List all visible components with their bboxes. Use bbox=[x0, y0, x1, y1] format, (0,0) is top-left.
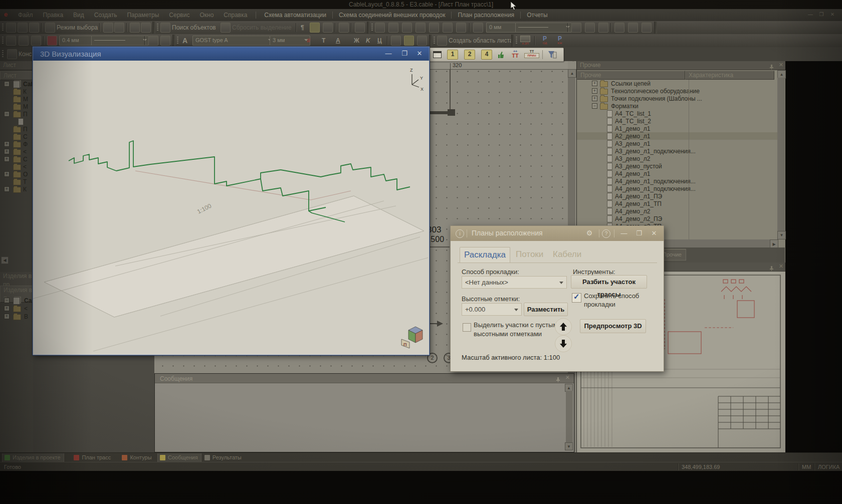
draw-arrows-icon[interactable] bbox=[443, 23, 453, 33]
tab-cables[interactable]: Кабели bbox=[549, 247, 585, 262]
move-down-button[interactable] bbox=[555, 335, 572, 352]
menu-module-item[interactable]: Отчеты bbox=[522, 9, 552, 21]
bottom-tab[interactable]: Результаты bbox=[202, 453, 245, 462]
menu-item[interactable]: Справка bbox=[219, 9, 252, 21]
copy-icon[interactable] bbox=[614, 23, 624, 33]
pan-hand-icon[interactable] bbox=[103, 23, 113, 33]
pen-line-icon[interactable] bbox=[323, 23, 333, 33]
menu-module-item[interactable]: Схема автоматизации bbox=[259, 9, 331, 21]
mdi-close-icon[interactable]: ✕ bbox=[827, 12, 838, 17]
move-up-button[interactable] bbox=[555, 318, 572, 335]
split-section-button[interactable]: Разбить участок трассы bbox=[571, 275, 647, 289]
toolbar-grip[interactable] bbox=[371, 24, 373, 32]
line-weight-swatch-icon[interactable] bbox=[473, 23, 483, 33]
tree-row[interactable]: A4_TC_list_1 bbox=[577, 110, 777, 117]
expand-plus-icon[interactable]: + bbox=[592, 81, 597, 86]
save-document-icon[interactable] bbox=[29, 23, 39, 33]
align-right-icon[interactable] bbox=[417, 36, 427, 46]
preview-3d-button[interactable]: Предпросмотр 3D bbox=[580, 319, 646, 333]
menu-item[interactable]: Параметры bbox=[122, 9, 164, 21]
view-4-button[interactable]: 4 bbox=[481, 50, 492, 60]
collapse-minus-icon[interactable]: − bbox=[592, 103, 597, 109]
toolbar-grip[interactable] bbox=[157, 24, 158, 32]
dialog-maximize-icon[interactable]: ❐ bbox=[633, 226, 646, 241]
toolbar-grip[interactable] bbox=[516, 37, 517, 45]
viz-3d-view[interactable]: 1:100 Z Y X П bbox=[33, 61, 428, 354]
menu-item[interactable]: Окно bbox=[194, 9, 219, 21]
tree-row[interactable]: +Ф bbox=[0, 140, 33, 148]
block-link-icon[interactable] bbox=[31, 36, 41, 46]
construction-icon[interactable] bbox=[7, 49, 17, 59]
close-icon[interactable]: ✕ bbox=[565, 374, 570, 381]
tree-row[interactable]: М bbox=[0, 95, 33, 103]
gear-icon[interactable]: ⚙ bbox=[583, 226, 595, 241]
place-button[interactable]: Разместить bbox=[524, 303, 568, 316]
sheet-area-icon[interactable] bbox=[437, 36, 447, 46]
menu-item[interactable]: Вид bbox=[68, 9, 89, 21]
menu-item[interactable]: Правка bbox=[38, 9, 69, 21]
search-objects-label[interactable]: Поиск объектов bbox=[172, 21, 216, 34]
toolbar-grip[interactable] bbox=[2, 24, 4, 32]
expand-plus-icon[interactable]: + bbox=[4, 141, 10, 147]
tree-row[interactable]: A4_демо_л1 bbox=[577, 170, 777, 177]
block-single-icon[interactable] bbox=[6, 36, 16, 46]
collapse-minus-icon[interactable]: − bbox=[4, 111, 10, 117]
new-document-icon[interactable] bbox=[6, 23, 16, 33]
messages-scroll-down-icon[interactable]: ▼ bbox=[565, 442, 573, 450]
grid-hash-icon[interactable]: # bbox=[307, 34, 310, 47]
paragraph-icon[interactable]: ¶ bbox=[301, 21, 304, 34]
draw-rectangle-icon[interactable] bbox=[402, 23, 412, 33]
others-scroll-down-icon[interactable]: ▼ bbox=[777, 231, 786, 239]
pin-icon[interactable] bbox=[555, 375, 561, 384]
tree-row[interactable]: К bbox=[0, 88, 33, 95]
tree-row[interactable]: С bbox=[0, 133, 33, 140]
window-view-icon[interactable] bbox=[433, 51, 442, 58]
font-family-combo[interactable]: GOST type A bbox=[192, 36, 274, 46]
viz-close-icon[interactable]: ✕ bbox=[413, 47, 426, 61]
menu-item[interactable]: Создать bbox=[89, 9, 122, 21]
snap-object-icon[interactable] bbox=[160, 36, 170, 46]
block-group-icon[interactable] bbox=[19, 36, 29, 46]
tree-row[interactable]: A4_демо_л2_ПЭ bbox=[577, 215, 777, 222]
line-style-combo[interactable] bbox=[515, 23, 572, 33]
line-type-combo[interactable] bbox=[91, 36, 149, 46]
tree-row[interactable]: +К bbox=[0, 185, 33, 193]
tree-row[interactable]: −П bbox=[0, 110, 33, 118]
bottom-tab[interactable]: Сообщения bbox=[157, 453, 201, 462]
view-1-button[interactable]: 1 bbox=[447, 50, 458, 60]
tt-plus-icon[interactable]: ++ ТТ bbox=[509, 50, 521, 59]
tree-row[interactable]: A3_демо_л1 bbox=[577, 140, 777, 147]
tree-row[interactable]: A3_демо_л1_подключения... bbox=[577, 147, 777, 155]
tree-row[interactable]: +Точки подключения (Шаблоны ... bbox=[577, 95, 777, 102]
select-mode-icon[interactable] bbox=[45, 23, 55, 33]
dialog-close-icon[interactable]: ✕ bbox=[648, 226, 661, 241]
window-titlebar[interactable]: CableLayout_0.8.8.5 - E3.cable - [Лист П… bbox=[0, 0, 842, 9]
font-color-icon[interactable]: А bbox=[336, 34, 340, 47]
group-edit-icon[interactable] bbox=[585, 23, 595, 33]
tab-flows[interactable]: Потоки bbox=[512, 247, 547, 262]
tree-row[interactable]: М bbox=[0, 103, 33, 110]
tree-row[interactable]: +О bbox=[0, 170, 33, 178]
tree-row[interactable]: +В bbox=[0, 313, 33, 321]
collapse-minus-icon[interactable]: − bbox=[4, 298, 10, 303]
group-all-icon[interactable] bbox=[598, 23, 608, 33]
canvas-scroll-up-icon[interactable]: ▲ bbox=[568, 69, 576, 78]
open-document-icon[interactable] bbox=[18, 23, 28, 33]
group-icon[interactable] bbox=[571, 23, 581, 33]
align-center-icon[interactable] bbox=[404, 36, 414, 46]
expand-plus-icon[interactable]: + bbox=[4, 314, 10, 319]
tree-row[interactable]: A4_демо_л2 bbox=[577, 207, 777, 215]
select-mode-label[interactable]: Режим выбора bbox=[57, 21, 98, 34]
draw-polygon-icon[interactable] bbox=[456, 23, 466, 33]
paste-icon[interactable] bbox=[628, 23, 638, 33]
sheets-panel-header[interactable]: Лист bbox=[0, 71, 33, 80]
others-vscrollbar[interactable] bbox=[777, 78, 785, 231]
tree-row[interactable]: < bbox=[0, 163, 33, 170]
tree-row[interactable]: −Cable bbox=[0, 80, 33, 88]
messages-titlebar[interactable]: Сообщения ✕ bbox=[155, 374, 574, 383]
menu-item[interactable]: Файл bbox=[13, 9, 38, 21]
toolbar-grip[interactable] bbox=[434, 37, 435, 45]
tree-row[interactable]: +< bbox=[0, 305, 33, 313]
bottom-tab[interactable]: Изделия в проекте bbox=[2, 453, 64, 462]
viz-minimize-icon[interactable]: — bbox=[382, 47, 395, 61]
